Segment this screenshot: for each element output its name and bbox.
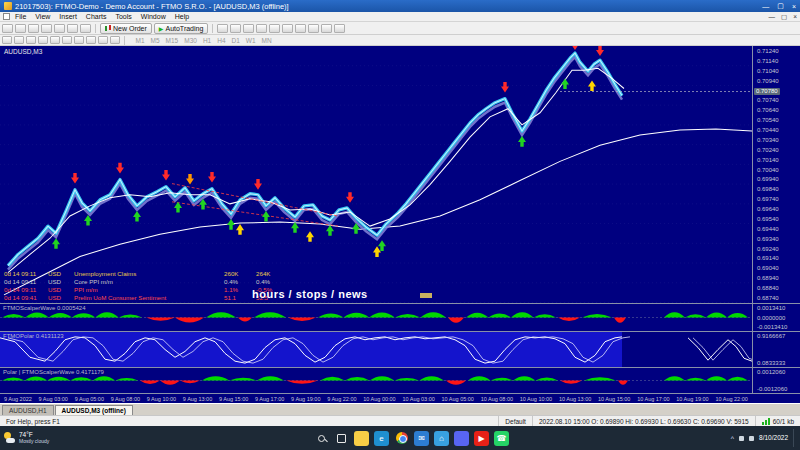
menu-insert[interactable]: Insert [59, 13, 77, 20]
indicator-window-1[interactable]: FTMOScalperWave 0.0005424 0.0013410 0.00… [0, 303, 800, 331]
time-axis[interactable]: 9 Aug 20229 Aug 03:009 Aug 05:009 Aug 08… [0, 393, 800, 403]
close-button[interactable]: × [792, 3, 796, 10]
market-watch-icon[interactable] [28, 24, 39, 33]
fibonacci-icon[interactable] [74, 36, 84, 44]
file-explorer-icon[interactable] [354, 431, 369, 446]
timeframe-m5[interactable]: M5 [148, 37, 162, 44]
minimize-button[interactable]: — [762, 3, 769, 10]
tab-audusd-h1[interactable]: AUDUSD,H1 [2, 405, 54, 415]
weather-widget[interactable]: 74°F Mostly cloudy [4, 432, 74, 444]
indicator-1-scale-top: 0.0013410 [757, 305, 800, 311]
toolbar-right-icons [217, 24, 345, 33]
youtube-icon[interactable]: ▶ [474, 431, 489, 446]
shapes-icon[interactable] [86, 36, 96, 44]
timeframe-d1[interactable]: D1 [229, 37, 242, 44]
cursor-icon[interactable] [2, 36, 12, 44]
show-desktop-button[interactable] [793, 429, 796, 447]
timeframe-w1[interactable]: W1 [243, 37, 258, 44]
indicator-1-scale: 0.0013410 0.0000000 -0.0013410 [752, 304, 800, 331]
chart-bars-icon[interactable] [217, 24, 228, 33]
navigator-icon[interactable] [54, 24, 65, 33]
maximize-button[interactable]: ▢ [777, 2, 784, 10]
child-close-button[interactable]: × [793, 13, 797, 21]
price-scale-label: 0.68940 [757, 275, 800, 281]
menu-window[interactable]: Window [141, 13, 166, 20]
windows-taskbar: 74°F Mostly cloudy e✉⌂▶☎ ^ 8/10/2022 [0, 426, 800, 450]
chart-area[interactable]: AUDUSD,M3 0d 14 09:11USDUnemployment Cla… [0, 46, 800, 303]
task-view-icon[interactable] [334, 431, 349, 446]
main-chart-svg [0, 46, 752, 303]
timeframe-h4[interactable]: H4 [215, 37, 228, 44]
time-axis-label: 9 Aug 03:00 [39, 396, 68, 402]
text-label-icon[interactable] [98, 36, 108, 44]
system-tray: ^ 8/10/2022 [731, 429, 796, 447]
tab-audusd-m3-offline[interactable]: AUDUSD,M3 (offline) [55, 405, 133, 415]
child-minimize-button[interactable]: — [769, 13, 776, 21]
indicator-window-3[interactable]: Polar | FTMOScalperWave 0.4171179 0.0012… [0, 367, 800, 393]
edge-icon[interactable]: e [374, 431, 389, 446]
timeframe-mn[interactable]: MN [259, 37, 274, 44]
indicator-1-scale-bottom: -0.0013410 [757, 324, 800, 330]
child-restore-button[interactable]: ▢ [781, 13, 787, 21]
price-scale-label: 0.71040 [757, 68, 800, 74]
current-price-tag: 0.70780 [754, 88, 780, 95]
menu-charts[interactable]: Charts [86, 13, 107, 20]
data-window-icon[interactable] [41, 24, 52, 33]
timeframe-m15[interactable]: M15 [163, 37, 181, 44]
menu-file[interactable]: File [15, 13, 26, 20]
indicator-window-2[interactable]: FTMOPolar 0.4131123 0.9166667 0.0833333 [0, 331, 800, 367]
zoom-out-icon[interactable] [269, 24, 280, 33]
crosshair-icon[interactable] [14, 36, 24, 44]
toolbar-separator [212, 24, 213, 33]
time-axis-label: 9 Aug 13:00 [183, 396, 212, 402]
indicators-icon[interactable] [308, 24, 319, 33]
autotrading-button[interactable]: ▶ AutoTrading [154, 23, 209, 34]
tray-date[interactable]: 8/10/2022 [759, 434, 788, 441]
mail-icon[interactable]: ✉ [414, 431, 429, 446]
indicator-1-label: FTMOScalperWave 0.0005424 [3, 305, 85, 311]
tray-expand-icon[interactable]: ^ [731, 435, 734, 442]
news-row: 0d 14 09:11USDUnemployment Claims260K264… [4, 270, 288, 277]
channel-icon[interactable] [62, 36, 72, 44]
toolbar-separator [95, 24, 96, 33]
standard-toolbar: New Order ▶ AutoTrading [0, 22, 800, 35]
discord-icon[interactable] [454, 431, 469, 446]
price-scale-label: 0.69840 [757, 186, 800, 192]
horizontal-line-icon[interactable] [38, 36, 48, 44]
network-icon[interactable] [739, 436, 744, 441]
timeframe-h1[interactable]: H1 [200, 37, 213, 44]
new-chart-icon[interactable] [2, 24, 13, 33]
news-row: 0d 14 09:11USDCore PPI m/m0.4%0.4% [4, 278, 288, 285]
zoom-in-icon[interactable] [256, 24, 267, 33]
status-profile[interactable]: Default [498, 416, 532, 426]
whatsapp-icon[interactable]: ☎ [494, 431, 509, 446]
arrow-tool-icon[interactable] [110, 36, 120, 44]
price-scale[interactable]: 0.70780 0.712400.711400.710400.709400.70… [752, 46, 800, 303]
chrome-icon[interactable] [394, 431, 409, 446]
auto-scroll-icon[interactable] [282, 24, 293, 33]
timeframe-m30[interactable]: M30 [182, 37, 200, 44]
status-connection: 60/1 kb [755, 416, 800, 426]
timeframe-m1[interactable]: M1 [133, 37, 147, 44]
store-icon[interactable]: ⌂ [434, 431, 449, 446]
trendline-icon[interactable] [50, 36, 60, 44]
templates-icon[interactable] [334, 24, 345, 33]
volume-icon[interactable] [749, 436, 754, 441]
autotrading-label: AutoTrading [165, 25, 203, 32]
menu-help[interactable]: Help [175, 13, 189, 20]
menu-view[interactable]: View [35, 13, 50, 20]
chart-profiles-icon[interactable] [15, 24, 26, 33]
menu-tools[interactable]: Tools [115, 13, 131, 20]
strategy-tester-icon[interactable] [80, 24, 91, 33]
terminal-icon[interactable] [67, 24, 78, 33]
price-scale-label: 0.70640 [757, 107, 800, 113]
new-order-button[interactable]: New Order [100, 23, 152, 34]
chart-shift-icon[interactable] [295, 24, 306, 33]
search-icon[interactable] [314, 431, 329, 446]
window-title: 21017503): FTMO-Demo - Demo Account - FT… [15, 2, 289, 11]
weather-desc: Mostly cloudy [19, 439, 49, 444]
vertical-line-icon[interactable] [26, 36, 36, 44]
chart-line-icon[interactable] [243, 24, 254, 33]
periods-icon[interactable] [321, 24, 332, 33]
chart-candles-icon[interactable] [230, 24, 241, 33]
